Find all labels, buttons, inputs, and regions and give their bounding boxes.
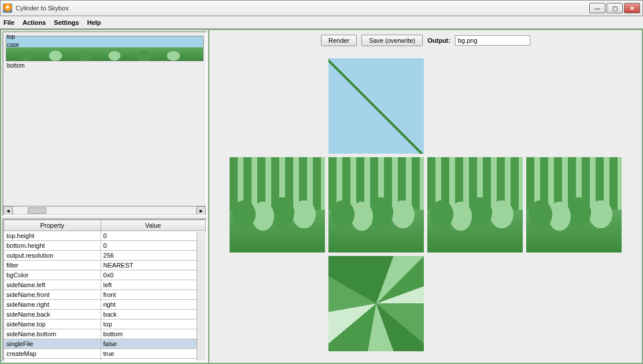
- face-empty: [230, 58, 325, 154]
- menu-settings[interactable]: Settings: [54, 19, 79, 26]
- output-label: Output:: [427, 37, 450, 44]
- property-name[interactable]: topOnSide: [4, 359, 101, 362]
- face-bottom: [328, 256, 424, 351]
- right-pane: Render Save (overwrite) Output:: [209, 30, 642, 363]
- preview-label-top: top: [7, 34, 15, 40]
- property-value[interactable]: front: [101, 290, 205, 300]
- col-property[interactable]: Property: [4, 220, 101, 231]
- cylinder-preview: top case bottom ◄ ►: [2, 31, 207, 216]
- table-row[interactable]: output.resolution256: [4, 251, 206, 261]
- property-value[interactable]: 1: [101, 359, 205, 362]
- property-name[interactable]: bottom.height: [4, 241, 101, 251]
- menubar: File Actions Settings Help: [0, 16, 643, 29]
- scroll-track[interactable]: [13, 206, 197, 215]
- render-button[interactable]: Render: [321, 35, 357, 46]
- scroll-thumb[interactable]: [28, 207, 46, 214]
- table-row[interactable]: singleFilefalse: [4, 339, 206, 349]
- table-row[interactable]: sideName.toptop: [4, 320, 206, 329]
- skybox-output: [212, 49, 640, 361]
- property-table: Property Value top.height0bottom.height0…: [2, 218, 207, 362]
- property-name[interactable]: sideName.left: [4, 280, 101, 290]
- property-name[interactable]: sideName.top: [4, 320, 101, 329]
- titlebar: Cylinder to Skybox — ▢ ✕: [0, 0, 643, 16]
- property-name[interactable]: sideName.front: [4, 290, 101, 300]
- toolbar: Render Save (overwrite) Output:: [212, 32, 640, 49]
- face-empty: [526, 256, 622, 351]
- preview-scrollbar[interactable]: ◄ ►: [3, 206, 206, 215]
- scroll-left-icon[interactable]: ◄: [3, 206, 13, 216]
- property-name[interactable]: bgColor: [4, 270, 101, 280]
- workspace: top case bottom ◄ ► Property Value top.h…: [0, 29, 643, 364]
- property-name[interactable]: createMap: [4, 349, 101, 359]
- minimize-button[interactable]: —: [589, 3, 605, 13]
- property-value[interactable]: top: [101, 320, 205, 329]
- table-row[interactable]: sideName.backback: [4, 310, 206, 320]
- property-value[interactable]: false: [101, 339, 205, 349]
- table-row[interactable]: top.height0: [4, 231, 206, 241]
- table-row[interactable]: bottom.height0: [4, 241, 206, 251]
- face-right: [427, 157, 523, 252]
- property-name[interactable]: sideName.right: [4, 300, 101, 310]
- window-controls: — ▢ ✕: [589, 3, 640, 13]
- property-name[interactable]: top.height: [4, 231, 101, 241]
- face-empty: [230, 256, 325, 351]
- property-value[interactable]: 0x0: [101, 270, 205, 280]
- property-value[interactable]: right: [101, 300, 205, 310]
- face-empty: [526, 58, 622, 154]
- property-name[interactable]: singleFile: [4, 339, 101, 349]
- preview-label-bottom: bottom: [7, 62, 25, 69]
- property-value[interactable]: 256: [101, 251, 205, 261]
- face-top: [328, 58, 424, 154]
- preview-label-case: case: [7, 42, 19, 48]
- property-value[interactable]: true: [101, 349, 205, 359]
- property-value[interactable]: 0: [101, 241, 205, 251]
- col-value[interactable]: Value: [101, 220, 205, 231]
- window-title: Cylinder to Skybox: [16, 5, 589, 12]
- property-name[interactable]: output.resolution: [4, 251, 101, 261]
- menu-actions[interactable]: Actions: [23, 19, 46, 26]
- property-value[interactable]: back: [101, 310, 205, 320]
- table-row[interactable]: filterNEAREST: [4, 261, 206, 270]
- property-value[interactable]: left: [101, 280, 205, 290]
- maximize-button[interactable]: ▢: [607, 3, 623, 13]
- property-value[interactable]: bottom: [101, 329, 205, 339]
- property-value[interactable]: NEAREST: [101, 261, 205, 270]
- table-row[interactable]: topOnSide1: [4, 359, 206, 362]
- property-name[interactable]: sideName.bottom: [4, 329, 101, 339]
- face-front: [328, 157, 424, 252]
- left-pane: top case bottom ◄ ► Property Value top.h…: [1, 30, 209, 363]
- property-name[interactable]: sideName.back: [4, 310, 101, 320]
- face-empty: [427, 58, 523, 154]
- face-empty: [427, 256, 523, 351]
- table-scrollbar[interactable]: [197, 232, 206, 361]
- close-button[interactable]: ✕: [624, 3, 640, 13]
- scroll-right-icon[interactable]: ►: [197, 206, 206, 216]
- table-row[interactable]: sideName.leftleft: [4, 280, 206, 290]
- face-back: [526, 157, 622, 252]
- menu-file[interactable]: File: [3, 19, 14, 26]
- output-field[interactable]: [455, 35, 530, 46]
- property-value[interactable]: 0: [101, 231, 205, 241]
- property-name[interactable]: filter: [4, 261, 101, 270]
- menu-help[interactable]: Help: [87, 19, 101, 26]
- preview-strip: [6, 36, 204, 61]
- face-left: [230, 157, 325, 252]
- table-row[interactable]: sideName.bottombottom: [4, 329, 206, 339]
- table-row[interactable]: createMaptrue: [4, 349, 206, 359]
- table-row[interactable]: sideName.rightright: [4, 300, 206, 310]
- table-row[interactable]: sideName.frontfront: [4, 290, 206, 300]
- table-row[interactable]: bgColor0x0: [4, 270, 206, 280]
- java-icon: [3, 3, 12, 13]
- save-button[interactable]: Save (overwrite): [361, 35, 423, 46]
